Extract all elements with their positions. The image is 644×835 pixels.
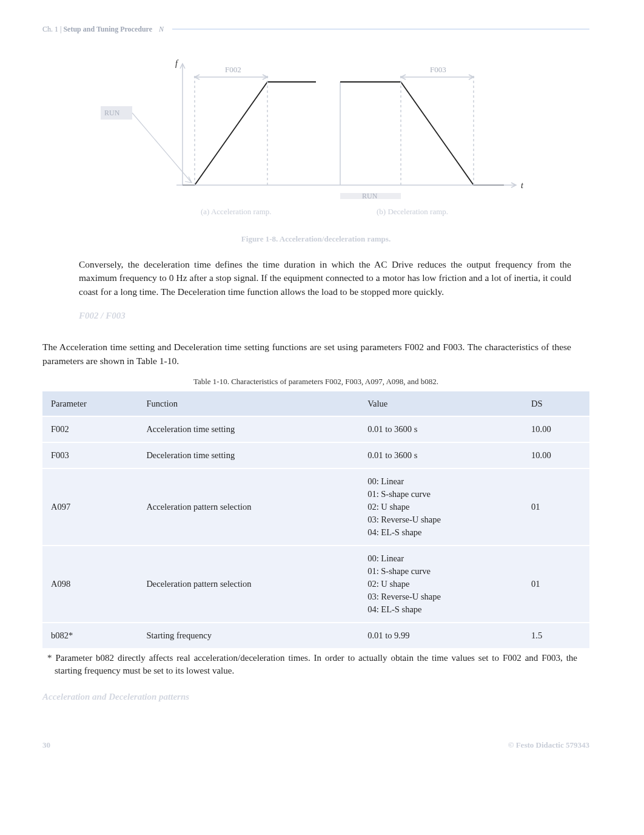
cell-value: 0.01 to 3600 s <box>359 416 523 442</box>
cell-parameter: A097 <box>42 468 138 546</box>
cell-ds: 01 <box>523 546 589 623</box>
header-suffix: N <box>154 25 164 33</box>
cell-value: 0.01 to 9.99 <box>359 623 523 648</box>
fig-run-left: RUN <box>104 109 120 117</box>
table-row: A098 Deceleration pattern selection 00: … <box>42 546 589 623</box>
cell-ds: 1.5 <box>523 623 589 648</box>
th-parameter: Parameter <box>42 391 138 416</box>
fig-run-right: RUN <box>362 192 378 200</box>
fig-caption-b: (b) Deceleration ramp. <box>377 207 448 216</box>
cell-ds: 01 <box>523 468 589 546</box>
th-function: Function <box>138 391 359 416</box>
subheading-patterns: Acceleration and Deceleration patterns <box>42 691 589 703</box>
cell-value: 0.01 to 3600 s <box>359 442 523 468</box>
header-rule <box>172 29 589 30</box>
table-footnote: * Parameter b082 directly affects real a… <box>47 652 577 677</box>
fig-ylabel: f <box>175 59 179 68</box>
paragraph-params: The Acceleration time setting and Decele… <box>42 340 571 368</box>
header-section: Ch. 1 | <box>42 25 61 33</box>
paragraph-deceleration: Conversely, the deceleration time define… <box>79 258 571 299</box>
page-header: Ch. 1 | Setup and Tuning Procedure N <box>42 24 589 35</box>
page-footer: 30 © Festo Didactic 579343 <box>42 740 589 751</box>
subheading-f002-f003: F002 / F003 <box>79 309 589 322</box>
cell-value: 00: Linear 01: S-shape curve 02: U shape… <box>359 468 523 546</box>
table-row: F003 Deceleration time setting 0.01 to 3… <box>42 442 589 468</box>
table-caption: Table 1-10. Characteristics of parameter… <box>42 376 589 387</box>
fig-caption-a: (a) Acceleration ramp. <box>201 207 272 216</box>
figure-accel-decel: f t RUN F002 RUN F003 (a) Acceleration r… <box>98 46 534 228</box>
fig-f002: F002 <box>225 65 241 74</box>
parameters-table: Parameter Function Value DS F002 Acceler… <box>42 391 589 649</box>
cell-ds: 10.00 <box>523 416 589 442</box>
cell-parameter: A098 <box>42 546 138 623</box>
table-row: b082* Starting frequency 0.01 to 9.99 1.… <box>42 623 589 648</box>
page-number: 30 <box>42 740 50 751</box>
cell-function: Starting frequency <box>138 623 359 648</box>
cell-function: Acceleration time setting <box>138 416 359 442</box>
fig-f003: F003 <box>430 65 446 74</box>
cell-parameter: F002 <box>42 416 138 442</box>
cell-function: Acceleration pattern selection <box>138 468 359 546</box>
cell-parameter: F003 <box>42 442 138 468</box>
cell-value: 00: Linear 01: S-shape curve 02: U shape… <box>359 546 523 623</box>
cell-ds: 10.00 <box>523 442 589 468</box>
cell-parameter: b082* <box>42 623 138 648</box>
th-ds: DS <box>523 391 589 416</box>
fig-xlabel: t <box>521 181 524 190</box>
cell-function: Deceleration time setting <box>138 442 359 468</box>
table-row: F002 Acceleration time setting 0.01 to 3… <box>42 416 589 442</box>
figure-caption: Figure 1-8. Acceleration/deceleration ra… <box>42 234 589 245</box>
header-title: Setup and Tuning Procedure <box>63 25 152 33</box>
th-value: Value <box>359 391 523 416</box>
footer-copyright: © Festo Didactic 579343 <box>508 740 589 751</box>
table-row: A097 Acceleration pattern selection 00: … <box>42 468 589 546</box>
cell-function: Deceleration pattern selection <box>138 546 359 623</box>
